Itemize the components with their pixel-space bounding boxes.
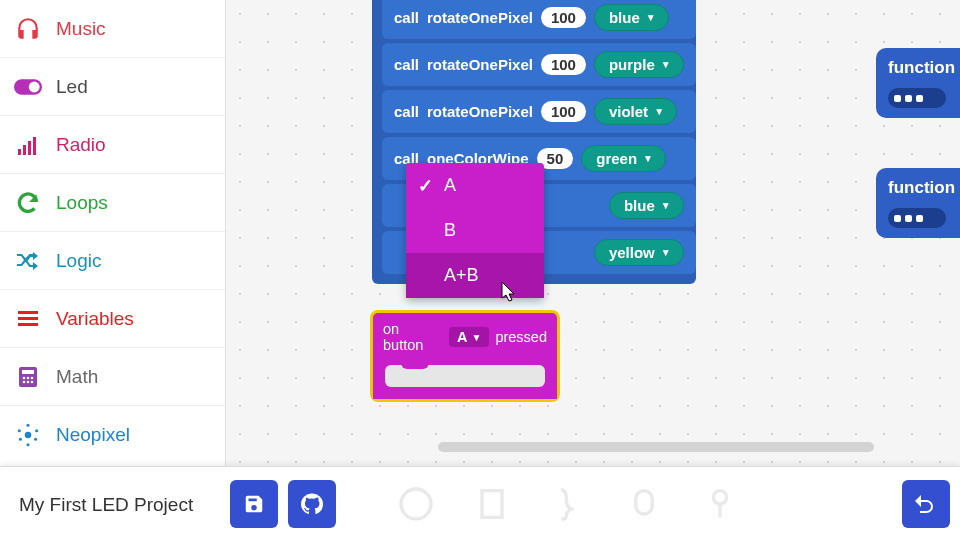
list-icon xyxy=(14,305,42,333)
call-fn-name: rotateOnePixel xyxy=(427,56,533,73)
svg-point-11 xyxy=(23,376,26,379)
sidebar-item-math[interactable]: Math xyxy=(0,348,225,406)
device-icon xyxy=(472,484,512,524)
sidebar-item-label: Neopixel xyxy=(56,424,130,446)
sidebar-item-label: Music xyxy=(56,18,106,40)
sidebar-item-label: Loops xyxy=(56,192,108,214)
event-suffix: pressed xyxy=(495,329,547,345)
signal-icon xyxy=(14,131,42,159)
headphones-icon xyxy=(14,15,42,43)
device-icon xyxy=(700,484,740,524)
github-button[interactable] xyxy=(288,480,336,528)
sidebar-item-neopixel[interactable]: Neopixel xyxy=(0,406,225,464)
sidebar-item-led[interactable]: Led xyxy=(0,58,225,116)
call-block[interactable]: call rotateOnePixel 100 blue▼ xyxy=(382,0,696,39)
loop-icon xyxy=(14,189,42,217)
project-name-input[interactable]: My First LED Project xyxy=(0,481,220,527)
svg-point-1 xyxy=(29,81,40,92)
horizontal-scrollbar[interactable] xyxy=(438,442,874,452)
svg-rect-10 xyxy=(22,370,34,374)
svg-point-19 xyxy=(19,438,22,441)
button-dropdown-menu: A B A+B xyxy=(406,163,544,298)
num-arg[interactable]: 100 xyxy=(541,7,586,28)
device-icon xyxy=(624,484,664,524)
call-block[interactable]: call rotateOnePixel 100 purple▼ xyxy=(382,43,696,86)
sidebar-item-radio[interactable]: Radio xyxy=(0,116,225,174)
sidebar-item-label: Radio xyxy=(56,134,106,156)
event-block-header: on button A▼ pressed xyxy=(373,313,557,361)
svg-point-15 xyxy=(27,380,30,383)
faded-hardware-icons xyxy=(396,484,740,524)
function-params-slot xyxy=(888,208,946,228)
block-notch xyxy=(401,359,429,369)
svg-rect-4 xyxy=(28,141,31,155)
svg-rect-6 xyxy=(18,311,38,314)
event-block-body[interactable] xyxy=(373,361,557,399)
svg-point-12 xyxy=(27,376,30,379)
svg-point-22 xyxy=(34,438,37,441)
svg-point-26 xyxy=(713,490,726,503)
svg-point-16 xyxy=(31,380,34,383)
call-fn-name: rotateOnePixel xyxy=(427,103,533,120)
function-definition-block[interactable]: function xyxy=(876,48,960,118)
svg-point-20 xyxy=(26,424,29,427)
call-fn-name: rotateOnePixel xyxy=(427,9,533,26)
svg-rect-5 xyxy=(33,137,36,155)
undo-button[interactable] xyxy=(902,480,950,528)
sidebar-item-label: Logic xyxy=(56,250,101,272)
chevron-down-icon: ▼ xyxy=(643,153,653,164)
sidebar-item-label: Led xyxy=(56,76,88,98)
function-definition-block[interactable]: function xyxy=(876,168,960,238)
event-prefix: on button xyxy=(383,321,443,353)
svg-point-21 xyxy=(35,429,38,432)
device-icon xyxy=(548,484,588,524)
function-label: function xyxy=(888,58,960,78)
chevron-down-icon: ▼ xyxy=(472,332,482,343)
color-arg[interactable]: blue▼ xyxy=(609,192,684,219)
shuffle-icon xyxy=(14,247,42,275)
color-arg[interactable]: violet▼ xyxy=(594,98,677,125)
chevron-down-icon: ▼ xyxy=(654,106,664,117)
dropdown-option-a-plus-b[interactable]: A+B xyxy=(406,253,544,298)
color-arg[interactable]: yellow▼ xyxy=(594,239,684,266)
calculator-icon xyxy=(14,363,42,391)
sidebar-item-loops[interactable]: Loops xyxy=(0,174,225,232)
bottom-toolbar: My First LED Project xyxy=(0,466,960,540)
svg-point-18 xyxy=(18,429,21,432)
svg-point-14 xyxy=(23,380,26,383)
function-params-slot xyxy=(888,88,946,108)
sidebar-item-variables[interactable]: Variables xyxy=(0,290,225,348)
sidebar-item-music[interactable]: Music xyxy=(0,0,225,58)
svg-rect-3 xyxy=(23,145,26,155)
chevron-down-icon: ▼ xyxy=(646,12,656,23)
svg-rect-2 xyxy=(18,149,21,155)
svg-point-23 xyxy=(26,443,29,446)
color-arg[interactable]: blue▼ xyxy=(594,4,669,31)
toggle-icon xyxy=(14,73,42,101)
dropdown-option-a[interactable]: A xyxy=(406,163,544,208)
chevron-down-icon: ▼ xyxy=(661,59,671,70)
sidebar-item-logic[interactable]: Logic xyxy=(0,232,225,290)
num-arg[interactable]: 100 xyxy=(541,54,586,75)
call-prefix: call xyxy=(394,103,419,120)
blocks-canvas[interactable]: call rotateOnePixel 100 blue▼ call rotat… xyxy=(226,0,960,466)
button-selector-dropdown[interactable]: A▼ xyxy=(449,327,489,347)
call-block[interactable]: call rotateOnePixel 100 violet▼ xyxy=(382,90,696,133)
on-button-pressed-block[interactable]: on button A▼ pressed xyxy=(370,310,560,402)
svg-rect-25 xyxy=(636,490,653,513)
color-arg[interactable]: purple▼ xyxy=(594,51,684,78)
color-arg[interactable]: green▼ xyxy=(581,145,666,172)
chevron-down-icon: ▼ xyxy=(661,247,671,258)
sidebar-item-label: Variables xyxy=(56,308,134,330)
svg-rect-7 xyxy=(18,317,38,320)
svg-point-13 xyxy=(31,376,34,379)
svg-point-24 xyxy=(401,489,431,519)
dropdown-option-b[interactable]: B xyxy=(406,208,544,253)
toolbox-sidebar: Music Led Radio Loops Logic Variables xyxy=(0,0,226,466)
call-prefix: call xyxy=(394,56,419,73)
neopixel-icon xyxy=(14,421,42,449)
num-arg[interactable]: 100 xyxy=(541,101,586,122)
save-button[interactable] xyxy=(230,480,278,528)
function-label: function xyxy=(888,178,960,198)
svg-rect-8 xyxy=(18,323,38,326)
